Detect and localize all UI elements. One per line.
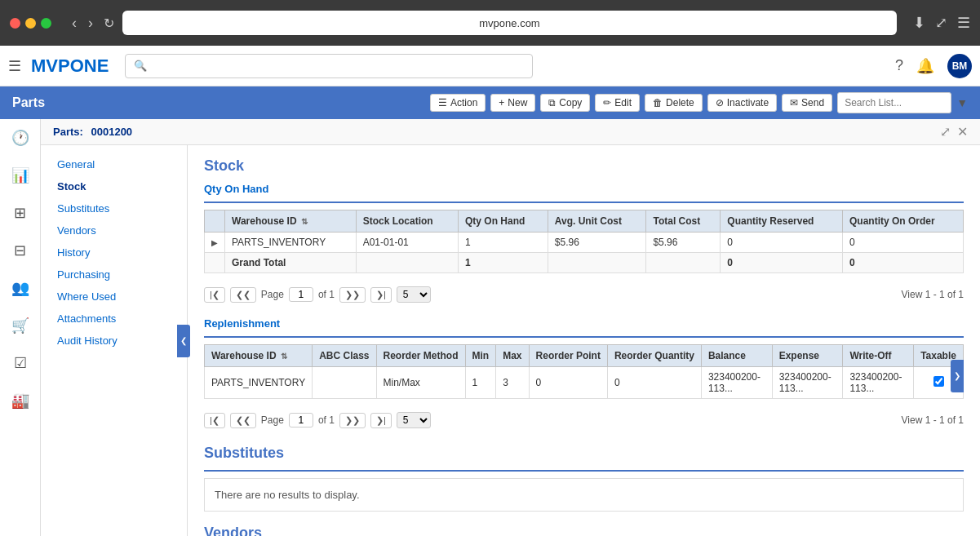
repl-expense: 323400200-113... bbox=[772, 367, 843, 399]
gt-empty3 bbox=[548, 253, 646, 273]
side-nav-stock[interactable]: Stock bbox=[41, 175, 187, 197]
forward-button[interactable]: › bbox=[84, 13, 97, 33]
browser-chrome: ‹ › ↻ mvpone.com ⬇ ⤢ ☰ bbox=[0, 0, 980, 46]
sidebar-icon-people[interactable]: 👥 bbox=[8, 276, 33, 300]
taxable-checkbox[interactable] bbox=[933, 376, 944, 387]
expand-arrow[interactable]: ▶ bbox=[211, 238, 218, 247]
repl-abc-class bbox=[313, 367, 376, 399]
page-next-btn[interactable]: ❯❯ bbox=[339, 287, 366, 303]
sidebar-icon-chart[interactable]: 📊 bbox=[8, 163, 33, 188]
expand-record-button[interactable]: ⤢ bbox=[940, 124, 951, 140]
global-search-bar[interactable]: 🔍 bbox=[125, 54, 533, 78]
user-avatar[interactable]: BM bbox=[947, 54, 972, 78]
page-last-btn[interactable]: ❯| bbox=[370, 287, 392, 303]
maximize-traffic-light[interactable] bbox=[41, 18, 51, 29]
page-label: Page bbox=[261, 289, 284, 300]
logo-part1: MVP bbox=[31, 55, 70, 76]
fullscreen-icon[interactable]: ⤢ bbox=[935, 14, 947, 32]
download-icon[interactable]: ⬇ bbox=[913, 14, 925, 32]
back-button[interactable]: ‹ bbox=[68, 13, 81, 33]
action-button[interactable]: ☰ Action bbox=[430, 94, 486, 112]
help-icon[interactable]: ? bbox=[895, 57, 903, 74]
sidebar-icon-cart[interactable]: 🛒 bbox=[8, 313, 33, 338]
sidebar-icon-check[interactable]: ☑ bbox=[11, 351, 30, 375]
side-nav-vendors[interactable]: Vendors bbox=[41, 219, 187, 241]
copy-icon: ⧉ bbox=[548, 97, 556, 109]
inactivate-label: Inactivate bbox=[727, 97, 769, 109]
sort-warehouse-icon[interactable]: ⇅ bbox=[301, 217, 308, 226]
refresh-button[interactable]: ↻ bbox=[104, 13, 114, 33]
side-nav-where-used[interactable]: Where Used bbox=[41, 286, 187, 308]
repl-page-prev-btn[interactable]: ❮❮ bbox=[230, 413, 256, 428]
th-write-off: Write-Off bbox=[843, 345, 914, 367]
repl-balance: 323400200-113... bbox=[701, 367, 772, 399]
gt-qty: 1 bbox=[458, 253, 548, 273]
edit-button[interactable]: ✏ Edit bbox=[595, 94, 640, 112]
url-text: mvpone.com bbox=[479, 17, 539, 29]
notification-icon[interactable]: 🔔 bbox=[916, 57, 934, 75]
sidebar-icon-warehouse[interactable]: 🏭 bbox=[8, 388, 33, 413]
th-expand bbox=[205, 210, 225, 233]
top-nav: ☰ MVPONE 🔍 ? 🔔 BM bbox=[0, 46, 980, 86]
repl-max: 3 bbox=[496, 367, 529, 399]
delete-icon: 🗑 bbox=[653, 97, 663, 109]
hamburger-menu[interactable]: ☰ bbox=[8, 57, 21, 75]
side-nav-substitutes[interactable]: Substitutes bbox=[41, 197, 187, 219]
delete-button[interactable]: 🗑 Delete bbox=[645, 94, 703, 112]
per-page-select[interactable]: 5 10 25 bbox=[397, 286, 431, 303]
repl-warehouse-id: PARTS_INVENTORY bbox=[205, 367, 313, 399]
side-nav-audit-history[interactable]: Audit History bbox=[41, 330, 187, 352]
th-min: Min bbox=[465, 345, 496, 367]
qty-pagination: |❮ ❮❮ Page of 1 ❯❯ ❯| 5 10 25 View 1 - 1… bbox=[204, 281, 964, 308]
no-results-message: There are no results to display. bbox=[204, 478, 964, 512]
side-nav-purchasing[interactable]: Purchasing bbox=[41, 264, 187, 286]
action-icon: ☰ bbox=[438, 97, 447, 109]
sidebar-icon-dashboard[interactable]: ⊞ bbox=[11, 201, 29, 225]
repl-min: 1 bbox=[465, 367, 496, 399]
repl-per-page-select[interactable]: 5 10 25 bbox=[397, 412, 431, 428]
search-list-input[interactable] bbox=[837, 92, 951, 113]
page-prev-btn[interactable]: ❮❮ bbox=[230, 287, 256, 303]
send-button[interactable]: ✉ Send bbox=[782, 94, 832, 112]
menu-icon[interactable]: ☰ bbox=[957, 14, 970, 32]
repl-page-last-btn[interactable]: ❯| bbox=[370, 413, 392, 428]
page-input[interactable] bbox=[289, 287, 313, 302]
inactivate-button[interactable]: ⊘ Inactivate bbox=[707, 94, 777, 112]
send-label: Send bbox=[801, 97, 824, 109]
side-nav-general[interactable]: General bbox=[41, 153, 187, 175]
repl-write-off: 323400200-113... bbox=[843, 367, 914, 399]
traffic-lights bbox=[10, 18, 51, 29]
page-first-btn[interactable]: |❮ bbox=[204, 287, 225, 303]
close-record-button[interactable]: ✕ bbox=[957, 124, 968, 140]
new-button[interactable]: + New bbox=[490, 94, 535, 112]
grand-total-row: Grand Total 1 0 0 bbox=[205, 253, 964, 273]
new-label: New bbox=[508, 97, 527, 109]
sidebar-icon-history[interactable]: 🕐 bbox=[8, 126, 33, 150]
scroll-right-button[interactable]: ❯ bbox=[951, 360, 964, 392]
repl-table-row: PARTS_INVENTORY Min/Max 1 3 0 0 32340020… bbox=[205, 367, 964, 399]
collapse-nav-button[interactable]: ❮ bbox=[177, 325, 190, 357]
repl-page-next-btn[interactable]: ❯❯ bbox=[339, 413, 366, 428]
logo-part2: ONE bbox=[70, 55, 109, 76]
address-bar[interactable]: mvpone.com bbox=[122, 11, 897, 35]
th-avg-unit-cost: Avg. Unit Cost bbox=[548, 210, 646, 233]
th-quantity-on-order: Quantity On Order bbox=[842, 210, 963, 233]
sidebar-icon-qr[interactable]: ⊟ bbox=[11, 238, 29, 263]
repl-page-input[interactable] bbox=[289, 413, 313, 427]
side-nav-attachments[interactable]: Attachments bbox=[41, 308, 187, 330]
inactivate-icon: ⊘ bbox=[716, 97, 724, 109]
qty-on-hand-table: Warehouse ID ⇅ Stock Location Qty On Han… bbox=[204, 210, 964, 273]
stock-location-cell: A01-01-01 bbox=[356, 233, 458, 253]
repl-page-first-btn[interactable]: |❮ bbox=[204, 413, 225, 428]
sort-repl-warehouse-icon[interactable]: ⇅ bbox=[281, 352, 287, 361]
close-traffic-light[interactable] bbox=[10, 18, 20, 29]
repl-reorder-method: Min/Max bbox=[376, 367, 465, 399]
expand-cell[interactable]: ▶ bbox=[205, 233, 225, 253]
record-header: Parts: 0001200 ⤢ ✕ bbox=[41, 119, 980, 145]
copy-button[interactable]: ⧉ Copy bbox=[540, 94, 590, 112]
qty-divider bbox=[204, 202, 964, 203]
th-total-cost: Total Cost bbox=[646, 210, 721, 233]
filter-icon[interactable]: ▼ bbox=[956, 96, 968, 109]
minimize-traffic-light[interactable] bbox=[25, 18, 36, 29]
side-nav-history[interactable]: History bbox=[41, 241, 187, 264]
